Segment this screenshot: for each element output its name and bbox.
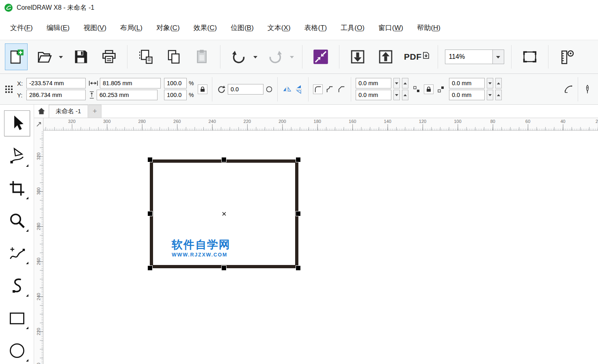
relative-corner-icon — [413, 86, 420, 93]
object-origin-button[interactable] — [4, 84, 14, 94]
menu-item-edit[interactable]: 编辑(E) — [40, 19, 77, 36]
rotation-angle-input[interactable] — [228, 84, 263, 95]
horizontal-ruler-row: 3203002802602402202001801601401201008060… — [34, 118, 598, 131]
cut-button[interactable] — [134, 43, 157, 70]
selection-handle-top-left[interactable] — [148, 157, 152, 162]
drawn-rectangle[interactable]: 软件自学网 WWW.RJZXW.COM — [150, 159, 298, 268]
undo-button[interactable] — [227, 43, 250, 70]
fullscreen-preview-button[interactable] — [518, 43, 541, 70]
corner-lock-button[interactable] — [424, 84, 434, 94]
menu-item-effects[interactable]: 效果(C) — [187, 19, 224, 36]
selection-handle-top-middle[interactable] — [222, 157, 226, 162]
shape-tool[interactable] — [0, 140, 34, 172]
scalloped-corner-button[interactable] — [325, 84, 335, 94]
selection-handle-bottom-right[interactable] — [296, 266, 300, 270]
scale-y-input[interactable] — [164, 90, 187, 100]
crop-tool-icon — [8, 179, 26, 197]
ellipse-tool[interactable] — [0, 334, 34, 364]
redo-button[interactable] — [264, 43, 287, 70]
hruler-number: 140 — [384, 119, 391, 124]
zoom-level-dropdown-button[interactable] — [493, 50, 504, 64]
corner-br-dropdown-button[interactable] — [487, 90, 493, 100]
new-tab-button[interactable]: + — [89, 105, 101, 118]
publish-pdf-button[interactable]: PDF — [402, 51, 431, 62]
selection-handle-middle-left[interactable] — [148, 211, 152, 216]
import-button[interactable] — [346, 43, 369, 70]
drawing-canvas[interactable]: 软件自学网 WWW.RJZXW.COM — [43, 131, 598, 364]
corner-tl-spin-button[interactable] — [402, 78, 408, 88]
menu-item-window[interactable]: 窗口(W) — [371, 19, 410, 36]
vruler-number: 300 — [36, 187, 41, 195]
x-position-input[interactable] — [26, 78, 86, 88]
menu-item-text[interactable]: 文本(X) — [261, 19, 298, 36]
home-button[interactable] — [34, 105, 49, 118]
corner-tr-spin-button[interactable] — [495, 78, 502, 88]
export-button[interactable] — [374, 43, 397, 70]
rectangle-tool[interactable] — [0, 302, 34, 334]
copy-button[interactable] — [162, 43, 185, 70]
corner-br-spin-button[interactable] — [495, 90, 502, 100]
shape-tool-icon — [8, 147, 26, 165]
menu-item-view[interactable]: 视图(V) — [76, 19, 113, 36]
scalloped-corner-icon — [326, 85, 334, 93]
object-center-marker[interactable] — [222, 212, 227, 216]
standard-toolbar: PDF — [0, 40, 598, 74]
corner-tl-dropdown-button[interactable] — [393, 78, 400, 88]
document-tab[interactable]: 未命名 -1 — [49, 105, 88, 118]
welcome-screen-button[interactable] — [309, 43, 332, 70]
corner-tr-dropdown-button[interactable] — [487, 78, 493, 88]
undo-dropdown-button[interactable] — [252, 43, 259, 70]
corner-bl-spin-button[interactable] — [402, 90, 408, 100]
show-rulers-button[interactable] — [555, 43, 578, 70]
print-button[interactable] — [97, 43, 120, 70]
paste-button[interactable] — [190, 43, 213, 70]
corners-together-button[interactable] — [436, 84, 446, 94]
object-height-input[interactable] — [97, 90, 158, 100]
curve-settings-button[interactable] — [563, 84, 573, 94]
menu-item-tools[interactable]: 工具(O) — [334, 19, 371, 36]
relative-corner-button[interactable] — [412, 84, 421, 94]
object-width-input[interactable] — [100, 78, 161, 88]
hruler-number: 100 — [454, 119, 461, 124]
freehand-tool[interactable] — [0, 237, 34, 269]
scale-x-input[interactable] — [164, 78, 187, 88]
new-document-button[interactable] — [5, 43, 28, 70]
menu-item-bitmaps[interactable]: 位图(B) — [224, 19, 261, 36]
corner-bl-dropdown-button[interactable] — [393, 90, 400, 100]
selection-handle-bottom-middle[interactable] — [222, 266, 226, 270]
separator — [339, 45, 339, 69]
corner-radius-tl-input[interactable] — [356, 78, 391, 88]
save-button[interactable] — [69, 43, 92, 70]
scale-lock-button[interactable] — [198, 84, 207, 94]
y-position-input[interactable] — [26, 90, 86, 100]
selection-handle-top-right[interactable] — [296, 157, 300, 162]
zoom-level-input[interactable] — [445, 50, 493, 64]
selection-handle-bottom-left[interactable] — [148, 266, 152, 270]
menu-item-object[interactable]: 对象(C) — [149, 19, 187, 36]
ruler-origin[interactable] — [34, 118, 43, 131]
menu-item-layout[interactable]: 布局(L) — [113, 19, 149, 36]
crop-tool[interactable] — [0, 172, 34, 205]
corner-style-group — [313, 84, 346, 94]
menu-item-help[interactable]: 帮助(H) — [410, 19, 447, 36]
vruler-scale[interactable]: 320300280260240220200 — [34, 131, 43, 364]
chamfered-corner-button[interactable] — [337, 84, 346, 94]
open-button[interactable] — [33, 43, 56, 70]
mirror-vertical-button[interactable] — [294, 84, 304, 94]
pick-tool[interactable] — [0, 107, 34, 140]
corner-radius-bl-input[interactable] — [356, 90, 391, 100]
zoom-tool[interactable] — [0, 205, 34, 237]
corner-radius-tr-input[interactable] — [449, 78, 485, 88]
corner-radius-br-input[interactable] — [449, 90, 485, 100]
selection-handle-middle-right[interactable] — [296, 211, 300, 216]
round-corner-button[interactable] — [313, 84, 323, 94]
menu-item-table[interactable]: 表格(T) — [298, 19, 334, 36]
menu-item-file[interactable]: 文件(F) — [3, 19, 40, 36]
outline-pen-button[interactable] — [583, 84, 592, 94]
open-dropdown-button[interactable] — [58, 43, 64, 70]
redo-dropdown-button[interactable] — [289, 43, 295, 70]
artistic-media-tool[interactable] — [0, 269, 34, 302]
hruler-scale[interactable]: 3203002802602402202001801601401201008060… — [43, 118, 598, 131]
mirror-horizontal-icon — [283, 86, 291, 93]
mirror-horizontal-button[interactable] — [282, 84, 292, 94]
